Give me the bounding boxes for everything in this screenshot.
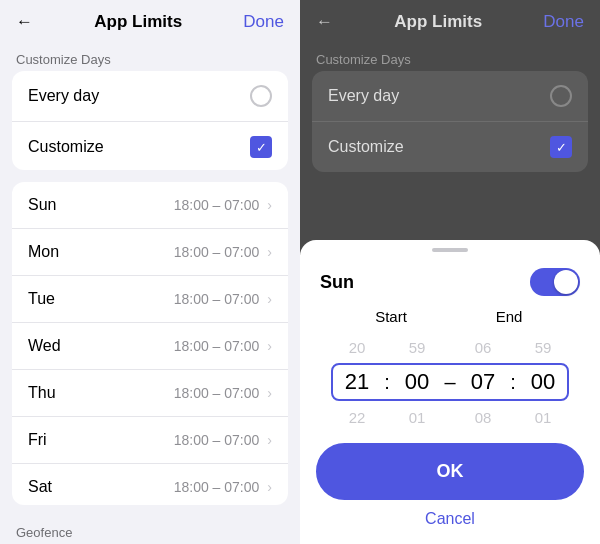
right-customize-row[interactable]: Customize ✓: [312, 122, 588, 172]
left-sat-row[interactable]: Sat 18:00 – 07:00 ›: [12, 464, 288, 505]
picker-selected-box: 21 : 00 – 07 : 00: [331, 363, 569, 401]
right-customize-label: Customize: [328, 138, 404, 156]
end-hour-col[interactable]: 07: [461, 369, 505, 395]
start-min-below: 01: [395, 403, 439, 431]
start-hour-below: 22: [335, 403, 379, 431]
right-customize-checkbox[interactable]: ✓: [550, 136, 572, 158]
left-back-button[interactable]: ←: [16, 12, 33, 32]
sheet-day-label: Sun: [320, 272, 354, 293]
left-geofence-label: Geofence: [0, 517, 300, 544]
right-header: ← App Limits Done: [300, 0, 600, 44]
left-tue-chevron: ›: [267, 291, 272, 307]
end-header: End: [459, 308, 559, 325]
ok-button[interactable]: OK: [316, 443, 584, 500]
left-thu-row[interactable]: Thu 18:00 – 07:00 ›: [12, 370, 288, 417]
start-min-selected: 00: [395, 369, 439, 395]
left-fri-label: Fri: [28, 431, 47, 449]
left-mon-chevron: ›: [267, 244, 272, 260]
left-mon-right: 18:00 – 07:00 ›: [174, 244, 272, 260]
start-hour-above: 20: [335, 333, 379, 361]
end-hour-col-below: 08: [461, 403, 505, 431]
cancel-button[interactable]: Cancel: [425, 510, 475, 528]
left-wed-label: Wed: [28, 337, 61, 355]
start-colon: :: [381, 371, 393, 394]
end-hour-col-above: 06: [461, 333, 505, 361]
left-every-day-radio[interactable]: [250, 85, 272, 107]
left-fri-right: 18:00 – 07:00 ›: [174, 432, 272, 448]
left-tue-value: 18:00 – 07:00: [174, 291, 260, 307]
left-every-day-row[interactable]: Every day: [12, 71, 288, 122]
end-colon: :: [507, 371, 519, 394]
right-every-day-row[interactable]: Every day: [312, 71, 588, 122]
left-mon-row[interactable]: Mon 18:00 – 07:00 ›: [12, 229, 288, 276]
end-min-above: 59: [521, 333, 565, 361]
end-min-col-above: 59: [521, 333, 565, 361]
left-customize-row[interactable]: Customize ✓: [12, 122, 288, 170]
left-tue-label: Tue: [28, 290, 55, 308]
right-panel: ← App Limits Done Customize Days Every d…: [300, 0, 600, 544]
left-thu-right: 18:00 – 07:00 ›: [174, 385, 272, 401]
left-fri-value: 18:00 – 07:00: [174, 432, 260, 448]
bottom-sheet: Sun Start End 20 : 59 – 06: [300, 240, 600, 544]
left-thu-label: Thu: [28, 384, 56, 402]
picker-above-row: 20 : 59 – 06 : 59: [308, 333, 592, 361]
picker-dash: –: [441, 371, 459, 394]
sheet-header: Sun: [300, 264, 600, 308]
left-tue-right: 18:00 – 07:00 ›: [174, 291, 272, 307]
right-every-day-label: Every day: [328, 87, 399, 105]
left-back-icon: ←: [16, 12, 33, 32]
left-tue-row[interactable]: Tue 18:00 – 07:00 ›: [12, 276, 288, 323]
start-hour-selected: 21: [335, 369, 379, 395]
right-back-button[interactable]: ←: [316, 12, 333, 32]
left-sun-value: 18:00 – 07:00: [174, 197, 260, 213]
picker-container: 20 : 59 – 06 : 59 21: [300, 333, 600, 431]
left-wed-value: 18:00 – 07:00: [174, 338, 260, 354]
right-title: App Limits: [394, 12, 482, 32]
time-headers: Start End: [325, 308, 575, 333]
end-min-col[interactable]: 00: [521, 369, 565, 395]
end-min-selected: 00: [521, 369, 565, 395]
right-options-card: Every day Customize ✓: [312, 71, 588, 172]
left-title: App Limits: [94, 12, 182, 32]
left-wed-row[interactable]: Wed 18:00 – 07:00 ›: [12, 323, 288, 370]
left-sun-right: 18:00 – 07:00 ›: [174, 197, 272, 213]
end-hour-selected: 07: [461, 369, 505, 395]
left-done-button[interactable]: Done: [243, 12, 284, 32]
start-hour-col[interactable]: 21: [335, 369, 379, 395]
left-mon-value: 18:00 – 07:00: [174, 244, 260, 260]
left-sat-chevron: ›: [267, 479, 272, 495]
left-sat-value: 18:00 – 07:00: [174, 479, 260, 495]
start-header: Start: [341, 308, 441, 325]
left-customize-checkbox[interactable]: ✓: [250, 136, 272, 158]
start-hour-col-above: 20: [335, 333, 379, 361]
start-min-above: 59: [395, 333, 439, 361]
start-min-col-below: 01: [395, 403, 439, 431]
left-wed-right: 18:00 – 07:00 ›: [174, 338, 272, 354]
start-min-col[interactable]: 00: [395, 369, 439, 395]
left-options-card: Every day Customize ✓: [12, 71, 288, 170]
left-mon-label: Mon: [28, 243, 59, 261]
left-fri-row[interactable]: Fri 18:00 – 07:00 ›: [12, 417, 288, 464]
left-customize-days-label: Customize Days: [0, 44, 300, 71]
left-panel: ← App Limits Done Customize Days Every d…: [0, 0, 300, 544]
left-days-card: Sun 18:00 – 07:00 › Mon 18:00 – 07:00 › …: [12, 182, 288, 505]
left-header: ← App Limits Done: [0, 0, 300, 44]
end-min-below: 01: [521, 403, 565, 431]
start-min-col-above: 59: [395, 333, 439, 361]
sun-toggle[interactable]: [530, 268, 580, 296]
left-sun-chevron: ›: [267, 197, 272, 213]
right-done-button[interactable]: Done: [543, 12, 584, 32]
left-sun-label: Sun: [28, 196, 56, 214]
end-hour-below: 08: [461, 403, 505, 431]
right-every-day-radio[interactable]: [550, 85, 572, 107]
left-sun-row[interactable]: Sun 18:00 – 07:00 ›: [12, 182, 288, 229]
left-every-day-label: Every day: [28, 87, 99, 105]
sheet-handle: [432, 248, 468, 252]
left-customize-label: Customize: [28, 138, 104, 156]
left-thu-chevron: ›: [267, 385, 272, 401]
start-hour-col-below: 22: [335, 403, 379, 431]
left-wed-chevron: ›: [267, 338, 272, 354]
left-sat-label: Sat: [28, 478, 52, 496]
right-back-icon: ←: [316, 12, 333, 32]
end-min-col-below: 01: [521, 403, 565, 431]
